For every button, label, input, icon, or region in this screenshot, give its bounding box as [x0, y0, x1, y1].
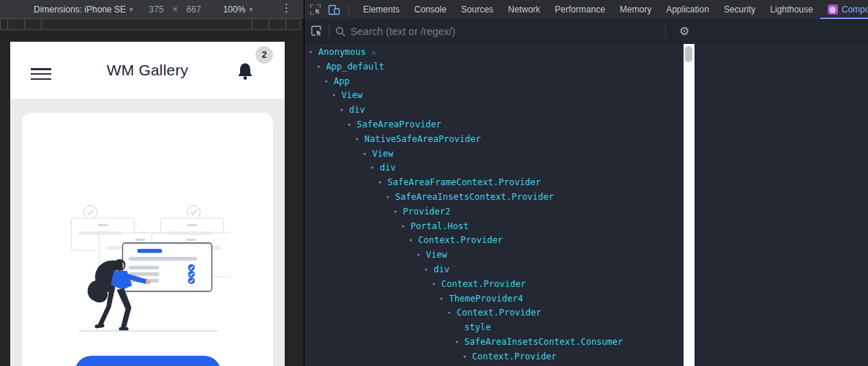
expand-arrow-icon[interactable]: ▾	[332, 89, 342, 103]
dimensions-dropdown[interactable]: Dimensions: iPhone SE ▾	[34, 4, 133, 15]
tab-label: Sources	[461, 4, 493, 15]
tree-node[interactable]: ▾View	[304, 89, 684, 103]
tab-application[interactable]: Application	[659, 0, 717, 19]
tree-node[interactable]: ▾SafeAreaFrameContext.Provider	[304, 176, 684, 190]
tree-node[interactable]: ▾Context.Provider	[304, 350, 684, 365]
tree-node[interactable]: ▾SafeAreaInsetsContext.Consumer	[304, 335, 684, 350]
primary-button[interactable]	[75, 356, 221, 366]
tab-lighthouse[interactable]: Lighthouse	[763, 0, 820, 19]
inspect-component-icon[interactable]	[310, 25, 323, 37]
tree-node[interactable]: ▾div	[304, 103, 684, 118]
tree-node[interactable]: ▾App	[304, 75, 684, 89]
tree-node[interactable]: style	[304, 321, 684, 335]
tree-node-label: Context.Provider	[419, 235, 504, 245]
divider	[329, 25, 329, 38]
tab-network[interactable]: Network	[501, 0, 547, 19]
scrollbar-thumb[interactable]	[685, 46, 692, 62]
search-input[interactable]	[351, 26, 629, 37]
tree-node[interactable]: ▾NativeSafeAreaProvider	[304, 132, 684, 147]
tab-performance[interactable]: Performance	[547, 0, 613, 19]
expand-arrow-icon[interactable]: ▾	[386, 190, 395, 205]
divider	[665, 25, 666, 38]
tree-node[interactable]: ▾Context.Provider	[304, 277, 684, 292]
expand-arrow-icon[interactable]: ▾	[324, 75, 334, 89]
tab-console[interactable]: Console	[407, 0, 454, 19]
react-components-icon	[828, 4, 838, 15]
zoom-value: 100%	[223, 4, 246, 15]
tab-security[interactable]: Security	[717, 0, 763, 19]
tree-node-label: SafeAreaInsetsContext.Provider	[395, 192, 554, 202]
tree-node-label: NativeSafeAreaProvider	[364, 134, 481, 144]
expand-arrow-icon[interactable]: ▾	[370, 161, 380, 176]
tab-label: Lighthouse	[770, 4, 813, 15]
gear-icon[interactable]: ⚙	[679, 24, 689, 38]
devtools-tabbar: ElementsConsoleSourcesNetworkPerformance…	[304, 0, 868, 19]
chrome-cell	[285, 18, 301, 30]
zoom-dropdown[interactable]: 100% ▾	[223, 4, 252, 15]
tab-elements[interactable]: Elements	[356, 0, 407, 19]
tree-node[interactable]: ▾Context.Provider	[304, 306, 684, 321]
expand-arrow-icon[interactable]: ▾	[440, 292, 449, 307]
tree-node[interactable]: ▾Context.Provider	[304, 234, 684, 248]
dimensions-label: Dimensions: iPhone SE	[34, 4, 126, 15]
expand-arrow-icon[interactable]: ▾	[340, 103, 349, 118]
chrome-cell	[269, 18, 286, 30]
tree-node[interactable]: ▾Provider2	[304, 205, 684, 220]
expand-arrow-icon[interactable]: ▾	[447, 306, 457, 321]
tab-memory[interactable]: Memory	[613, 0, 659, 19]
more-options-icon[interactable]: ⋮	[281, 1, 292, 15]
expand-arrow-icon[interactable]: ▾	[355, 132, 364, 147]
tree-node[interactable]: ▾Portal.Host	[304, 220, 684, 234]
tree-node[interactable]: ▾div	[304, 161, 684, 176]
tree-node-label: App_default	[326, 61, 384, 72]
tree-node-label: Context.Provider	[441, 279, 526, 289]
tree-node-label: View	[426, 250, 447, 260]
inspect-element-icon[interactable]	[310, 4, 321, 15]
tab-components[interactable]: Components	[820, 0, 868, 19]
tree-node[interactable]: ▾SafeAreaProvider	[304, 118, 684, 132]
tree-node-label: SafeAreaInsetsContext.Consumer	[465, 337, 624, 347]
viewport-width-field[interactable]: 375	[149, 4, 164, 15]
tree-node[interactable]: ▾ThemeProvider4	[304, 292, 684, 307]
expand-arrow-icon[interactable]: ▾	[416, 248, 426, 263]
expand-arrow-icon[interactable]: ▾	[363, 147, 373, 162]
tree-node[interactable]: ▾div	[304, 263, 684, 277]
checklist-illustration	[65, 198, 230, 337]
tree-node[interactable]: ▾Anonymous⚠	[304, 45, 684, 60]
tree-node-label: div	[349, 105, 365, 115]
expand-arrow-icon[interactable]: ▾	[401, 220, 411, 234]
tree-node-label: div	[380, 163, 396, 173]
tree-node[interactable]: ▾SafeAreaInsetsContext.Provider	[304, 190, 684, 205]
expand-arrow-icon[interactable]: ▾	[463, 350, 472, 365]
caret-down-icon: ▾	[249, 6, 252, 13]
tree-scrollbar[interactable]	[684, 44, 695, 366]
tree-node-label: View	[373, 149, 394, 159]
expand-arrow-icon[interactable]: ▾	[309, 45, 318, 60]
bell-icon[interactable]	[236, 62, 254, 81]
expand-arrow-icon[interactable]: ▾	[317, 60, 326, 75]
tree-node[interactable]: ▾App_default	[304, 60, 684, 75]
tree-node[interactable]: ▾View	[304, 147, 684, 162]
expand-arrow-icon[interactable]: ▾	[378, 176, 388, 190]
component-tree: ▾Anonymous⚠▾App_default▾App▾View▾div▾Saf…	[304, 44, 684, 366]
expand-arrow-icon[interactable]: ▾	[394, 205, 403, 220]
tree-node-label: Context.Provider	[457, 307, 542, 318]
expand-arrow-icon[interactable]: ▾	[348, 118, 357, 132]
expand-arrow-icon[interactable]: ▾	[432, 277, 441, 292]
tree-node[interactable]: ▾View	[304, 248, 684, 263]
screenshot-root: Dimensions: iPhone SE ▾ 375 × 667 100% ▾…	[0, 0, 868, 366]
tree-node-label: Provider2	[403, 206, 451, 217]
toggle-device-toolbar-icon[interactable]	[328, 4, 340, 15]
tab-label: Application	[666, 4, 709, 15]
expand-arrow-icon[interactable]: ▾	[424, 263, 434, 277]
tab-sources[interactable]: Sources	[454, 0, 501, 19]
emulator-gap	[0, 30, 304, 42]
tree-node-label: View	[342, 90, 363, 100]
viewport-height-field[interactable]: 667	[187, 4, 201, 15]
device-emulator-pane: Dimensions: iPhone SE ▾ 375 × 667 100% ▾…	[0, 0, 304, 366]
expand-arrow-icon[interactable]: ▾	[409, 234, 419, 248]
browser-chrome-placeholder	[0, 18, 304, 30]
expand-arrow-icon[interactable]: ▾	[455, 335, 465, 350]
tab-label: Memory	[620, 4, 651, 15]
chrome-cell	[252, 18, 269, 30]
